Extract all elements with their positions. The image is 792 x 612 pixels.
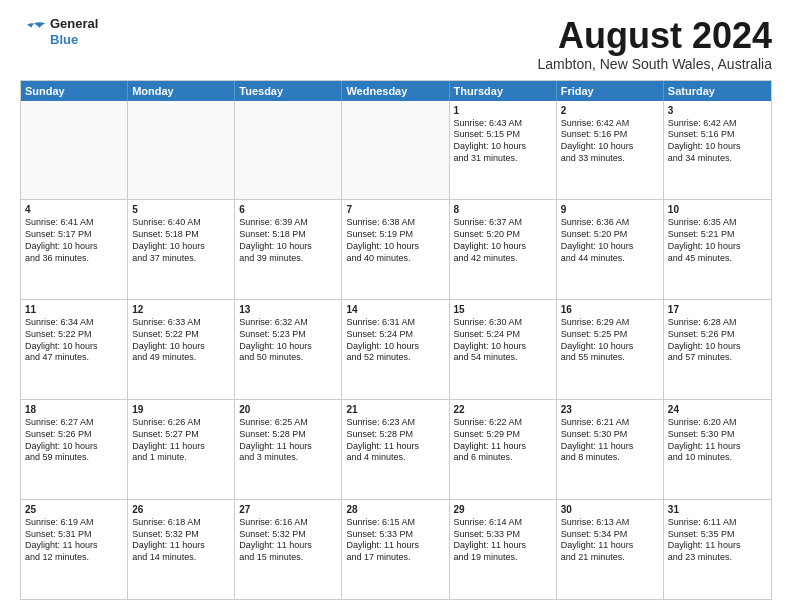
- day-info-line: Daylight: 11 hours: [346, 441, 444, 453]
- day-info-line: Sunset: 5:18 PM: [132, 229, 230, 241]
- day-info-line: Sunrise: 6:33 AM: [132, 317, 230, 329]
- day-info-line: Sunrise: 6:23 AM: [346, 417, 444, 429]
- day-info-line: Sunset: 5:30 PM: [668, 429, 767, 441]
- cal-cell-day-14: 14Sunrise: 6:31 AMSunset: 5:24 PMDayligh…: [342, 300, 449, 399]
- cal-cell-day-15: 15Sunrise: 6:30 AMSunset: 5:24 PMDayligh…: [450, 300, 557, 399]
- day-info-line: Sunrise: 6:32 AM: [239, 317, 337, 329]
- day-info-line: Daylight: 10 hours: [454, 141, 552, 153]
- day-number: 12: [132, 303, 230, 316]
- cal-cell-day-20: 20Sunrise: 6:25 AMSunset: 5:28 PMDayligh…: [235, 400, 342, 499]
- day-info-line: Sunrise: 6:15 AM: [346, 517, 444, 529]
- day-info-line: and 12 minutes.: [25, 552, 123, 564]
- day-info-line: Sunset: 5:35 PM: [668, 529, 767, 541]
- day-info-line: Daylight: 10 hours: [561, 241, 659, 253]
- day-info-line: Sunset: 5:33 PM: [346, 529, 444, 541]
- cal-cell-day-9: 9Sunrise: 6:36 AMSunset: 5:20 PMDaylight…: [557, 200, 664, 299]
- cal-cell-day-31: 31Sunrise: 6:11 AMSunset: 5:35 PMDayligh…: [664, 500, 771, 599]
- day-number: 18: [25, 403, 123, 416]
- cal-cell-day-28: 28Sunrise: 6:15 AMSunset: 5:33 PMDayligh…: [342, 500, 449, 599]
- day-info-line: Sunset: 5:26 PM: [668, 329, 767, 341]
- day-info-line: and 6 minutes.: [454, 452, 552, 464]
- page: General Blue August 2024 Lambton, New So…: [0, 0, 792, 612]
- day-number: 21: [346, 403, 444, 416]
- day-number: 22: [454, 403, 552, 416]
- day-info-line: Sunset: 5:25 PM: [561, 329, 659, 341]
- month-title: August 2024: [538, 16, 773, 56]
- day-info-line: Sunset: 5:27 PM: [132, 429, 230, 441]
- cal-cell-day-23: 23Sunrise: 6:21 AMSunset: 5:30 PMDayligh…: [557, 400, 664, 499]
- cal-cell-day-7: 7Sunrise: 6:38 AMSunset: 5:19 PMDaylight…: [342, 200, 449, 299]
- day-info-line: Daylight: 10 hours: [132, 241, 230, 253]
- logo-text: General Blue: [50, 16, 98, 47]
- day-info-line: Sunset: 5:18 PM: [239, 229, 337, 241]
- day-info-line: Sunset: 5:28 PM: [346, 429, 444, 441]
- day-info-line: Sunset: 5:22 PM: [25, 329, 123, 341]
- day-info-line: Sunset: 5:15 PM: [454, 129, 552, 141]
- day-info-line: Daylight: 11 hours: [454, 540, 552, 552]
- day-number: 20: [239, 403, 337, 416]
- cal-cell-day-30: 30Sunrise: 6:13 AMSunset: 5:34 PMDayligh…: [557, 500, 664, 599]
- cal-cell-day-18: 18Sunrise: 6:27 AMSunset: 5:26 PMDayligh…: [21, 400, 128, 499]
- day-number: 2: [561, 104, 659, 117]
- day-info-line: Sunset: 5:21 PM: [668, 229, 767, 241]
- day-info-line: Daylight: 11 hours: [561, 441, 659, 453]
- day-info-line: Daylight: 10 hours: [668, 141, 767, 153]
- cal-cell-day-10: 10Sunrise: 6:35 AMSunset: 5:21 PMDayligh…: [664, 200, 771, 299]
- day-info-line: Daylight: 10 hours: [25, 241, 123, 253]
- location: Lambton, New South Wales, Australia: [538, 56, 773, 72]
- cal-cell-day-29: 29Sunrise: 6:14 AMSunset: 5:33 PMDayligh…: [450, 500, 557, 599]
- day-info-line: Sunset: 5:26 PM: [25, 429, 123, 441]
- cal-cell-day-16: 16Sunrise: 6:29 AMSunset: 5:25 PMDayligh…: [557, 300, 664, 399]
- cal-cell-day-2: 2Sunrise: 6:42 AMSunset: 5:16 PMDaylight…: [557, 101, 664, 200]
- day-number: 30: [561, 503, 659, 516]
- day-info-line: and 23 minutes.: [668, 552, 767, 564]
- day-info-line: and 40 minutes.: [346, 253, 444, 265]
- day-info-line: Sunset: 5:30 PM: [561, 429, 659, 441]
- day-info-line: Sunrise: 6:27 AM: [25, 417, 123, 429]
- cal-cell-day-5: 5Sunrise: 6:40 AMSunset: 5:18 PMDaylight…: [128, 200, 235, 299]
- day-info-line: Sunset: 5:16 PM: [668, 129, 767, 141]
- cal-cell-day-4: 4Sunrise: 6:41 AMSunset: 5:17 PMDaylight…: [21, 200, 128, 299]
- day-info-line: Sunrise: 6:40 AM: [132, 217, 230, 229]
- calendar-body: 1Sunrise: 6:43 AMSunset: 5:15 PMDaylight…: [21, 101, 771, 599]
- day-info-line: Sunrise: 6:36 AM: [561, 217, 659, 229]
- day-info-line: Daylight: 10 hours: [346, 341, 444, 353]
- header: General Blue August 2024 Lambton, New So…: [20, 16, 772, 72]
- cal-cell-day-21: 21Sunrise: 6:23 AMSunset: 5:28 PMDayligh…: [342, 400, 449, 499]
- day-info-line: and 1 minute.: [132, 452, 230, 464]
- day-number: 31: [668, 503, 767, 516]
- day-info-line: Daylight: 10 hours: [239, 341, 337, 353]
- day-number: 13: [239, 303, 337, 316]
- day-info-line: Sunset: 5:29 PM: [454, 429, 552, 441]
- day-number: 15: [454, 303, 552, 316]
- day-info-line: Sunrise: 6:35 AM: [668, 217, 767, 229]
- day-info-line: Sunrise: 6:21 AM: [561, 417, 659, 429]
- cal-cell-day-26: 26Sunrise: 6:18 AMSunset: 5:32 PMDayligh…: [128, 500, 235, 599]
- general-blue-logo-icon: [20, 18, 48, 46]
- cal-cell-day-1: 1Sunrise: 6:43 AMSunset: 5:15 PMDaylight…: [450, 101, 557, 200]
- day-info-line: Sunrise: 6:22 AM: [454, 417, 552, 429]
- day-info-line: Sunrise: 6:14 AM: [454, 517, 552, 529]
- calendar: SundayMondayTuesdayWednesdayThursdayFrid…: [20, 80, 772, 600]
- day-info-line: Sunset: 5:28 PM: [239, 429, 337, 441]
- day-info-line: Sunrise: 6:16 AM: [239, 517, 337, 529]
- day-number: 5: [132, 203, 230, 216]
- day-info-line: and 52 minutes.: [346, 352, 444, 364]
- cal-header-thursday: Thursday: [450, 81, 557, 101]
- day-info-line: Sunset: 5:33 PM: [454, 529, 552, 541]
- cal-header-monday: Monday: [128, 81, 235, 101]
- day-info-line: and 34 minutes.: [668, 153, 767, 165]
- day-number: 1: [454, 104, 552, 117]
- day-info-line: Daylight: 10 hours: [454, 241, 552, 253]
- cal-row-0: 1Sunrise: 6:43 AMSunset: 5:15 PMDaylight…: [21, 101, 771, 201]
- day-info-line: and 39 minutes.: [239, 253, 337, 265]
- day-info-line: and 42 minutes.: [454, 253, 552, 265]
- day-info-line: and 31 minutes.: [454, 153, 552, 165]
- svg-rect-0: [20, 18, 48, 46]
- cal-header-wednesday: Wednesday: [342, 81, 449, 101]
- day-info-line: Sunrise: 6:18 AM: [132, 517, 230, 529]
- day-info-line: Sunset: 5:16 PM: [561, 129, 659, 141]
- cal-header-tuesday: Tuesday: [235, 81, 342, 101]
- cal-header-friday: Friday: [557, 81, 664, 101]
- day-info-line: Sunrise: 6:28 AM: [668, 317, 767, 329]
